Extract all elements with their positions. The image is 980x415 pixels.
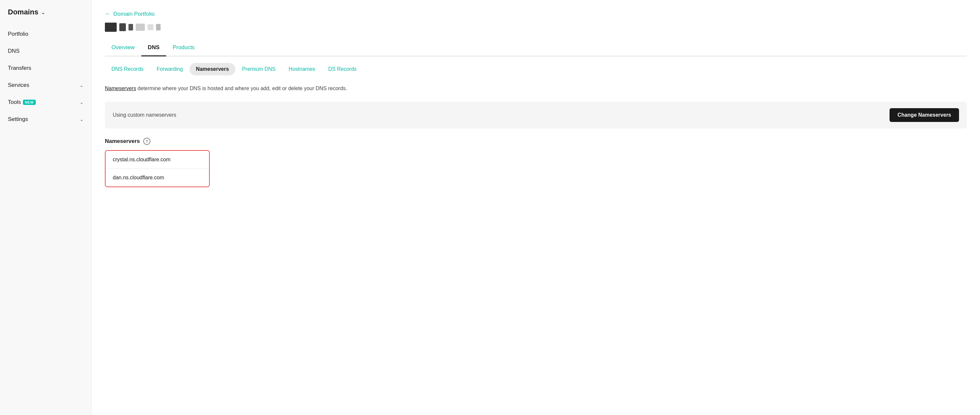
sidebar-item-portfolio[interactable]: Portfolio (0, 25, 91, 43)
help-icon[interactable]: ? (143, 138, 150, 145)
new-badge: NEW (23, 100, 36, 105)
nameservers-link[interactable]: Nameservers (105, 86, 136, 91)
breadcrumb-link[interactable]: Domain Portfolio (113, 11, 155, 17)
sidebar-item-label: Transfers (8, 65, 31, 72)
tab-hostnames[interactable]: Hostnames (282, 63, 322, 75)
sidebar-header[interactable]: Domains ⌄ (0, 8, 91, 25)
sidebar-item-tools[interactable]: Tools NEW ⌄ (0, 94, 91, 111)
tab-ds-records[interactable]: DS Records (322, 63, 363, 75)
sidebar-item-label: Services (8, 82, 29, 89)
chevron-down-icon: ⌄ (80, 83, 84, 88)
nameserver-row-1: crystal.ns.cloudflare.com (105, 151, 209, 169)
nameserver-status-text: Using custom nameservers (113, 112, 177, 118)
sidebar-title: Domains (8, 8, 38, 16)
nameservers-box: crystal.ns.cloudflare.com dan.ns.cloudfl… (105, 150, 210, 187)
tab-dns-records[interactable]: DNS Records (105, 63, 150, 75)
chevron-down-icon: ⌄ (80, 117, 84, 122)
domain-logo-block-5 (148, 24, 153, 30)
tab-forwarding[interactable]: Forwarding (150, 63, 189, 75)
tab-dns[interactable]: DNS (141, 41, 166, 56)
chevron-down-icon: ⌄ (80, 100, 84, 105)
back-arrow-icon[interactable]: ← (105, 11, 111, 17)
sidebar-item-label: Tools (8, 99, 21, 105)
sidebar-item-label: DNS (8, 48, 20, 54)
domain-logo-block-1 (105, 22, 117, 32)
nameservers-section-header: Nameservers ? (105, 138, 967, 145)
domain-logo-block-3 (129, 24, 133, 30)
tab-products[interactable]: Products (166, 41, 201, 56)
secondary-tabs: DNS Records Forwarding Nameservers Premi… (105, 56, 967, 75)
tab-nameservers[interactable]: Nameservers (189, 63, 235, 75)
nameservers-section-title: Nameservers (105, 138, 140, 145)
sidebar-item-services[interactable]: Services ⌄ (0, 77, 91, 94)
chevron-down-icon: ⌄ (41, 9, 45, 16)
nameserver-value-2: dan.ns.cloudflare.com (113, 175, 164, 180)
nameserver-value-1: crystal.ns.cloudflare.com (113, 157, 170, 162)
nameservers-section: Nameservers ? crystal.ns.cloudflare.com … (105, 138, 967, 187)
sidebar: Domains ⌄ Portfolio DNS Transfers Servic… (0, 0, 92, 415)
main-content: ← Domain Portfolio Overview DNS Products… (92, 0, 980, 415)
domain-logo-block-2 (119, 23, 126, 31)
domain-logo-block-6 (156, 24, 161, 30)
domain-logo-area (105, 22, 967, 32)
sidebar-item-transfers[interactable]: Transfers (0, 60, 91, 77)
info-text-rest: determine where your DNS is hosted and w… (136, 86, 347, 91)
breadcrumb: ← Domain Portfolio (105, 11, 967, 17)
sidebar-item-label: Settings (8, 116, 28, 122)
sidebar-item-settings[interactable]: Settings ⌄ (0, 111, 91, 128)
nameserver-row-2: dan.ns.cloudflare.com (105, 169, 209, 186)
sidebar-item-label: Portfolio (8, 31, 28, 37)
change-nameservers-button[interactable]: Change Nameservers (889, 108, 959, 122)
nameservers-info-text: Nameservers determine where your DNS is … (105, 84, 967, 92)
nameserver-status-box: Using custom nameservers Change Nameserv… (105, 102, 967, 129)
domain-logo-block-4 (136, 24, 145, 31)
tab-overview[interactable]: Overview (105, 41, 141, 56)
tab-premium-dns[interactable]: Premium DNS (235, 63, 282, 75)
primary-tabs: Overview DNS Products (105, 41, 967, 56)
sidebar-item-dns[interactable]: DNS (0, 43, 91, 60)
